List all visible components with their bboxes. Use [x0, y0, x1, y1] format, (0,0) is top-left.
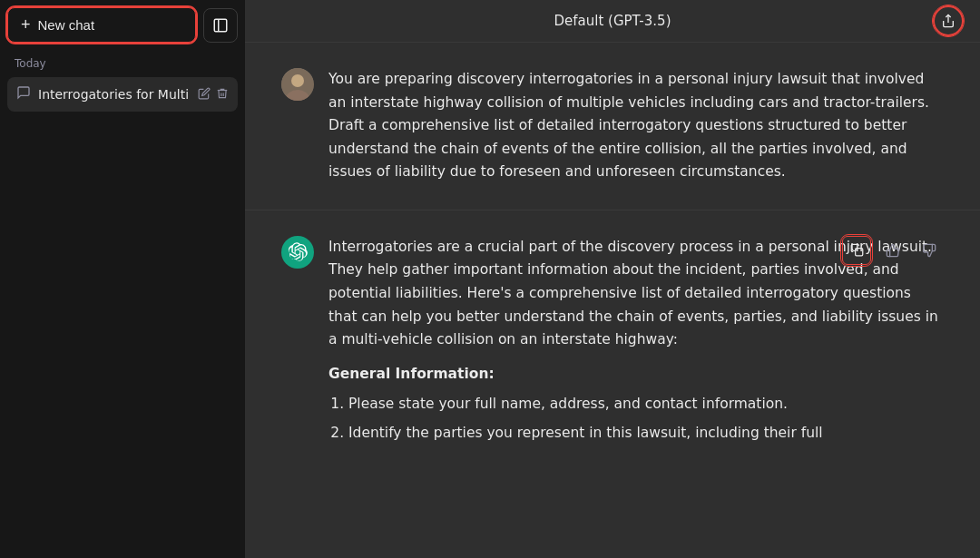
assistant-message-text: Interrogatories are a crucial part of th…	[328, 236, 944, 445]
assistant-avatar	[281, 236, 314, 269]
section-today-label: Today	[7, 54, 238, 73]
sidebar-toggle-button[interactable]	[203, 8, 238, 43]
new-chat-label: New chat	[38, 17, 95, 33]
svg-point-4	[291, 74, 304, 87]
main-content: Default (GPT-3.5)	[245, 0, 980, 558]
assistant-list: Please state your full name, address, an…	[328, 393, 944, 445]
assistant-message: Interrogatories are a crucial part of th…	[245, 210, 980, 476]
user-message-text: You are preparing discovery interrogator…	[328, 68, 944, 184]
thumbs-down-icon	[922, 243, 936, 258]
openai-icon	[288, 242, 308, 262]
edit-chat-icon[interactable]	[198, 87, 211, 103]
delete-chat-icon[interactable]	[216, 87, 229, 103]
chat-item-title: Interrogatories for Multi	[38, 87, 191, 102]
chat-item-actions	[198, 87, 229, 103]
list-item-1: Please state your full name, address, an…	[348, 393, 944, 416]
svg-rect-6	[855, 249, 862, 256]
svg-rect-0	[214, 19, 227, 32]
sidebar: + New chat Today Interrogatories for Mul…	[0, 0, 245, 558]
share-icon	[941, 14, 956, 28]
model-title: Default (GPT-3.5)	[554, 13, 671, 29]
user-message: You are preparing discovery interrogator…	[245, 43, 980, 210]
list-item-2: Identify the parties you represent in th…	[348, 422, 944, 445]
user-avatar-image	[281, 68, 314, 101]
sidebar-icon	[212, 17, 229, 34]
chat-list-item[interactable]: Interrogatories for Multi	[7, 77, 238, 112]
topbar: Default (GPT-3.5)	[245, 0, 980, 43]
copy-button[interactable]	[842, 236, 871, 265]
sidebar-top: + New chat	[7, 7, 238, 43]
thumbs-up-button[interactable]	[878, 236, 907, 265]
user-avatar	[281, 68, 314, 101]
message-actions	[842, 236, 944, 265]
chat-area[interactable]: You are preparing discovery interrogator…	[245, 43, 980, 558]
thumbs-down-button[interactable]	[915, 236, 944, 265]
share-button[interactable]	[933, 5, 964, 36]
avatar-svg	[281, 68, 314, 101]
assistant-message-content: Interrogatories are a crucial part of th…	[328, 236, 944, 451]
thumbs-up-icon	[886, 243, 900, 258]
copy-icon	[850, 243, 864, 257]
assistant-section-title: General Information:	[328, 363, 944, 387]
plus-icon: +	[21, 15, 31, 34]
new-chat-button[interactable]: + New chat	[7, 7, 196, 43]
chat-icon	[16, 85, 31, 103]
